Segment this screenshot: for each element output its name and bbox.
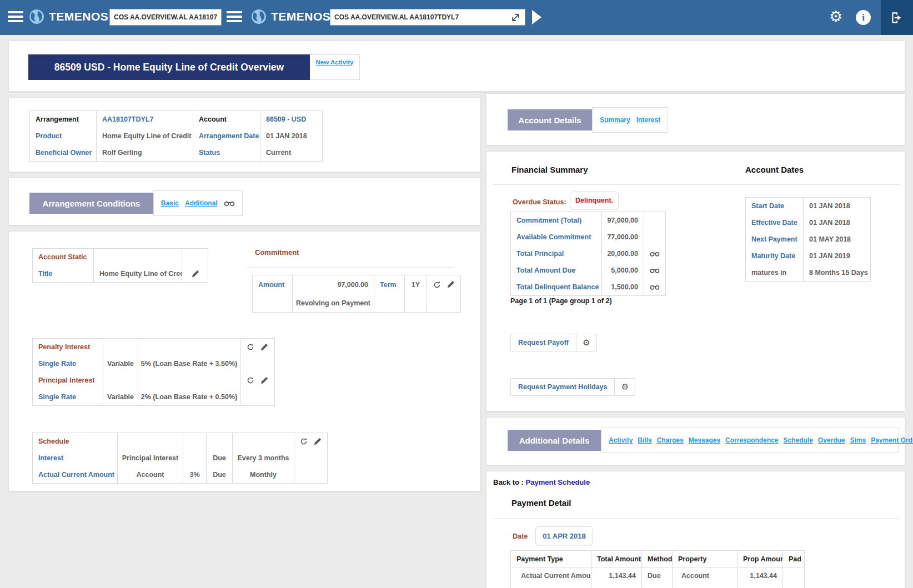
fs-label: Available Commitment	[511, 229, 602, 245]
account-details-tabs: Summary Interest	[592, 107, 668, 133]
payment-detail-title: Payment Detail	[511, 498, 571, 507]
link-sims[interactable]: Sims	[850, 436, 866, 444]
conditions-detail-card: Account Static Title Home Equity Line of…	[8, 231, 480, 491]
schedule-method: Due	[207, 466, 233, 483]
account-id-link[interactable]: 86509 - USD	[260, 111, 322, 128]
link-activity[interactable]: Activity	[609, 436, 633, 444]
date-label: Date	[513, 532, 528, 540]
request-payoff-button[interactable]: Request Payoff ⚙	[510, 334, 597, 351]
schedule-property: Principal Interest	[118, 450, 183, 466]
account-details-header: Account Details	[508, 109, 592, 130]
request-payment-holidays-button[interactable]: Request Payment Holidays ⚙	[510, 378, 635, 396]
account-dates-table: Start Date 01 JAN 2018 Effective Date 01…	[745, 197, 871, 282]
link-correspondence[interactable]: Correspondence	[725, 436, 778, 444]
refresh-icon[interactable]	[300, 438, 308, 445]
single-rate-label: Single Rate	[33, 355, 103, 372]
amount-note: Revolving on Payment	[293, 294, 374, 312]
new-activity-link[interactable]: New Activity	[310, 59, 359, 66]
rate-value: 2% (Loan Base Rate + 0.50%)	[138, 389, 240, 405]
payment-date-selector[interactable]: 01 APR 2018	[535, 526, 593, 545]
col-header: Prop Amount	[738, 551, 783, 567]
term-value: 1Y	[405, 275, 427, 294]
link-charges[interactable]: Charges	[657, 436, 684, 444]
prop-amount: 1,143.44	[738, 567, 783, 584]
ad-label: Start Date	[746, 198, 804, 214]
expand-command-icon[interactable]	[511, 12, 521, 22]
title-label: Title	[33, 265, 94, 282]
settings-gear-icon[interactable]: ⚙	[829, 8, 842, 25]
menu-hamburger-icon-2[interactable]	[227, 11, 242, 24]
principal-interest-title: Principal Interest	[33, 372, 103, 389]
link-bills[interactable]: Bills	[638, 436, 651, 444]
ad-label: Maturity Date	[746, 248, 804, 264]
schedule-title: Schedule	[33, 433, 118, 450]
property: Principal Interest	[673, 584, 738, 588]
schedule-method: Due	[207, 450, 233, 466]
schedule-frequency: Monthly	[233, 466, 294, 483]
link-schedule[interactable]: Schedule	[783, 436, 812, 444]
commitment-section-title: Commitment	[255, 248, 299, 257]
sign-out-button[interactable]	[881, 0, 913, 35]
gear-icon[interactable]: ⚙	[614, 379, 635, 395]
pagination-text: Page 1 of 1 (Page group 1 of 2)	[510, 297, 612, 305]
divider	[247, 267, 453, 268]
edit-pencil-icon[interactable]	[260, 376, 268, 385]
tab-interest[interactable]: Interest	[636, 116, 660, 124]
menu-hamburger-icon[interactable]	[8, 11, 23, 24]
interest-conditions-table: Penalty Interest Single Rate Variable 5%…	[32, 338, 275, 406]
term-label: Term	[374, 275, 405, 294]
additional-details-links: Activity Bills Charges Messages Correspo…	[601, 428, 899, 453]
run-command-button[interactable]	[532, 10, 541, 24]
schedule-property: Account	[118, 466, 183, 483]
payment-schedule-back-link[interactable]: Payment Schedule	[526, 478, 590, 486]
binoculars-icon[interactable]	[650, 267, 660, 274]
info-icon[interactable]: i	[856, 10, 871, 25]
overdue-status-badge: Delinquent.	[570, 192, 619, 209]
rate-value: 5% (Loan Base Rate + 3.50%)	[138, 355, 240, 372]
edit-pencil-icon[interactable]	[313, 438, 322, 446]
binoculars-icon[interactable]	[224, 200, 235, 207]
binoculars-icon[interactable]	[650, 250, 660, 257]
globe-icon	[29, 9, 44, 24]
tab-additional[interactable]: Additional	[185, 199, 218, 207]
divider	[493, 518, 899, 519]
total-amount: 1,143.44	[591, 567, 642, 584]
schedule-percent	[183, 450, 207, 466]
refresh-icon[interactable]	[433, 281, 441, 289]
arrangement-conditions-header: Arrangement Conditions	[29, 193, 153, 214]
account-label: Account	[193, 111, 260, 128]
edit-pencil-icon[interactable]	[447, 280, 455, 289]
schedule-table: Schedule Interest Principal Interest Due…	[32, 433, 328, 484]
financial-summary-title: Financial Summary	[511, 165, 588, 174]
command-line-input-left[interactable]	[109, 9, 222, 26]
edit-pencil-icon[interactable]	[260, 343, 268, 351]
temenos-screen: TEMENOS TEMENOS ⚙ i 86509 USD	[0, 0, 913, 588]
binoculars-icon[interactable]	[650, 284, 660, 290]
link-messages[interactable]: Messages	[689, 436, 720, 444]
ad-value: 01 JAN 2019	[804, 248, 870, 264]
link-payment-orders[interactable]: Payment Orders	[871, 436, 913, 444]
payment-type: Interest	[511, 584, 591, 588]
method: Due	[642, 567, 673, 584]
col-header: Pad	[783, 551, 804, 567]
request-payoff-label: Request Payoff	[511, 334, 576, 351]
arrangement-card: Arrangement AA18107TDYL7 Account 86509 -…	[8, 98, 480, 172]
fs-value: 77,000.00	[602, 229, 644, 245]
arrangement-id-link[interactable]: AA18107TDYL7	[97, 111, 193, 128]
rate-type: Variable	[103, 389, 138, 405]
penalty-interest-title: Penalty Interest	[33, 339, 103, 355]
pad	[783, 567, 804, 584]
edit-pencil-icon[interactable]	[191, 270, 199, 278]
globe-icon	[251, 9, 267, 24]
tab-basic[interactable]: Basic	[161, 199, 179, 207]
refresh-icon[interactable]	[247, 376, 254, 384]
command-line-input-right[interactable]	[330, 9, 525, 26]
account-details-card: Account Details Summary Interest	[486, 93, 905, 145]
arrangement-date-value: 01 JAN 2018	[260, 128, 322, 144]
link-overdue[interactable]: Overdue	[818, 436, 845, 444]
schedule-frequency: Every 3 months	[233, 450, 294, 466]
gear-icon[interactable]: ⚙	[576, 334, 596, 351]
refresh-icon[interactable]	[247, 343, 254, 351]
tab-summary[interactable]: Summary	[600, 116, 630, 124]
additional-details-header: Additional Details	[508, 430, 601, 451]
